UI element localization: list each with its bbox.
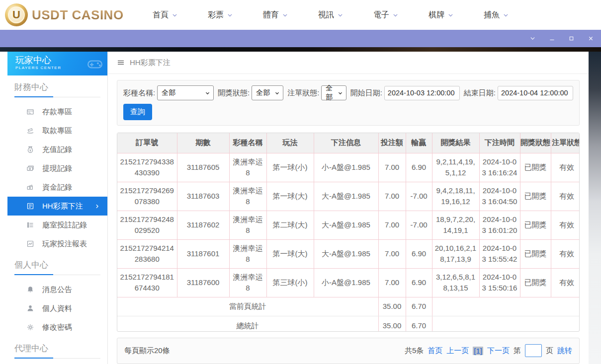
nav-item-2[interactable]: 彩票 [193, 10, 248, 20]
nav-item-3[interactable]: 體育 [248, 10, 303, 20]
summary-bet-total: 35.00 [378, 297, 406, 316]
chevron-down-icon [172, 12, 178, 18]
sidebar-item-label: 消息公告 [42, 285, 72, 294]
sidebar-item-withdrawal-record[interactable]: 提現記錄 [7, 159, 107, 178]
sidebar-item-label: 取款專區 [42, 126, 72, 136]
lottery-name-select[interactable]: 全部 [157, 85, 214, 100]
menu-icon[interactable] [117, 59, 125, 67]
end-date-label: 結束日期: [464, 88, 496, 98]
table-cell: 已開獎 [520, 239, 551, 268]
bets-table: 訂單號期數彩種名稱玩法下注信息投注額輸贏開獎結果下注時間開獎狀態注單狀態2152… [117, 133, 580, 332]
nav-item-5[interactable]: 電子 [358, 10, 414, 20]
table-cell: 2152172794214283680 [117, 239, 177, 268]
lottery-list-icon [26, 202, 34, 210]
jump-go-link[interactable]: 跳转 [557, 346, 572, 356]
sidebar-item-notices[interactable]: 消息公告 [7, 280, 107, 299]
sidebar-item-withdraw[interactable]: 取款專區 [7, 121, 107, 140]
search-button[interactable]: 查詢 [123, 104, 152, 120]
start-date-input[interactable] [384, 86, 460, 100]
players-center-header: 玩家中心 PLAYERS CENTER [7, 52, 107, 75]
window-minimize-icon[interactable] [549, 35, 555, 42]
nav-item-4[interactable]: 視訊 [303, 10, 358, 20]
nav-item-1[interactable]: 首頁 [138, 10, 193, 20]
first-page-link[interactable]: 首页 [428, 346, 442, 356]
nav-item-7[interactable]: 捕魚 [469, 10, 524, 20]
table-cell: 有效 [551, 153, 580, 182]
window-close-icon[interactable] [588, 35, 594, 42]
chevron-down-icon [392, 12, 399, 18]
table-cell: 有效 [551, 211, 580, 239]
header-cell: 期數 [177, 133, 229, 153]
sidebar: 玩家中心 PLAYERS CENTER 財務中心 存款專區 取款專區 充值記錄 [7, 52, 107, 364]
filter-panel: 彩種名稱: 全部 開獎狀態: 全部 注單狀態: 全部 開始日期: 結束日期: [117, 80, 580, 126]
summary-row: 當前頁統計35.006.70 [117, 297, 580, 316]
window-title-bar [0, 30, 601, 47]
coin-letter: U [5, 3, 28, 26]
main-menu: 首頁彩票體育視訊電子棋牌捕魚 [138, 10, 524, 20]
table-cell: 澳洲幸运8 [229, 182, 266, 211]
table-cell: 20,10,16,2,18,17,13,9 [432, 239, 479, 268]
table-cell: 2152172794269078380 [117, 182, 177, 211]
table-cell: 31187603 [177, 182, 229, 211]
top-navbar: U USDT CASINO 首頁彩票體育視訊電子棋牌捕魚 [0, 0, 601, 30]
next-page-link[interactable]: 下一页 [487, 346, 510, 356]
table-cell: 有效 [551, 268, 580, 297]
current-page-badge: [1] [473, 347, 483, 355]
table-row: 215217279418167443031187600澳洲幸运8第三球(小)小-… [117, 268, 580, 297]
sidebar-item-deposit[interactable]: 存款專區 [7, 102, 107, 121]
table-cell: 大-A盤@1.985 [314, 239, 378, 268]
prev-page-link[interactable]: 上一页 [446, 346, 469, 356]
table-cell: 31187600 [177, 268, 229, 297]
nav-item-6[interactable]: 棋牌 [414, 10, 469, 20]
table-cell: 18,9,7,2,20,14,19,1 [432, 211, 479, 239]
table-cell: 31187601 [177, 239, 229, 268]
table-cell: 第一球(大) [266, 182, 314, 211]
table-row: 215217279433843039031187605澳洲幸运8第一球(小)小-… [117, 153, 580, 182]
deposit-icon [26, 108, 34, 116]
sidebar-item-player-bet-report[interactable]: 玩家投注報表 [7, 234, 107, 253]
window-maximize-icon[interactable] [568, 35, 575, 42]
sidebar-item-recharge-record[interactable]: 充值記錄 [7, 140, 107, 159]
recharge-record-icon [26, 146, 34, 153]
table-cell: 大-A盤@1.985 [314, 182, 378, 211]
page-size-text: 每頁顯示20條 [124, 346, 170, 356]
brand-logo[interactable]: U USDT CASINO [5, 3, 112, 26]
chevron-down-icon [503, 12, 509, 18]
window-collapse-icon[interactable] [529, 35, 536, 42]
sidebar-item-funds-record[interactable]: 資金記錄 [7, 178, 107, 197]
table-row: 215217279426907838031187603澳洲幸运8第一球(大)大-… [117, 182, 580, 211]
breadcrumb: HH彩票下注 [108, 52, 589, 74]
table-cell: 2024-10-03 16:01:20 [479, 211, 520, 239]
table-cell: 已開獎 [520, 268, 551, 297]
header-cell: 玩法 [266, 133, 314, 153]
draw-status-select[interactable]: 全部 [252, 85, 283, 100]
lottery-name-value: 全部 [162, 88, 175, 97]
table-cell: 3,12,6,5,8,18,13,15 [432, 268, 479, 297]
order-status-label: 注單狀態: [287, 88, 319, 98]
sidebar-item-label: 提現記錄 [42, 164, 72, 173]
table-cell: 有效 [551, 182, 580, 211]
sidebar-item-profile[interactable]: 個人資料 [7, 299, 107, 318]
sidebar-item-hh-lottery-bets[interactable]: HH彩票下注 [7, 197, 107, 216]
sidebar-item-label: 充值記錄 [42, 145, 72, 154]
table-cell: 7.00 [378, 211, 406, 239]
summary-empty-cell [432, 297, 580, 316]
table-row: 215217279424802952031187602澳洲幸运8第二球(大)大-… [117, 211, 580, 239]
table-cell: 第二球(大) [266, 211, 314, 239]
draw-status-label: 開獎狀態: [218, 88, 250, 98]
table-cell: 澳洲幸运8 [229, 239, 266, 268]
nav-item-label: 體育 [263, 10, 279, 20]
sidebar-item-hall-bet-records[interactable]: 廰室投註記錄 [7, 216, 107, 234]
end-date-input[interactable] [498, 86, 573, 100]
order-status-select[interactable]: 全部 [321, 85, 346, 100]
table-cell: 7.00 [378, 153, 406, 182]
table-cell: 澳洲幸运8 [229, 211, 266, 239]
header-cell: 注單狀態 [551, 133, 580, 153]
sidebar-item-change-password[interactable]: 修改密碼 [7, 318, 107, 337]
sidebar-item-label: HH彩票下注 [42, 202, 83, 211]
jump-label-post: 页 [546, 346, 553, 356]
page-jump-input[interactable] [525, 344, 542, 357]
order-status-value: 全部 [326, 84, 337, 102]
table-cell: 2024-10-03 15:55:42 [479, 239, 520, 268]
table-cell: 9,4,2,18,11,19,16,12 [432, 182, 479, 211]
